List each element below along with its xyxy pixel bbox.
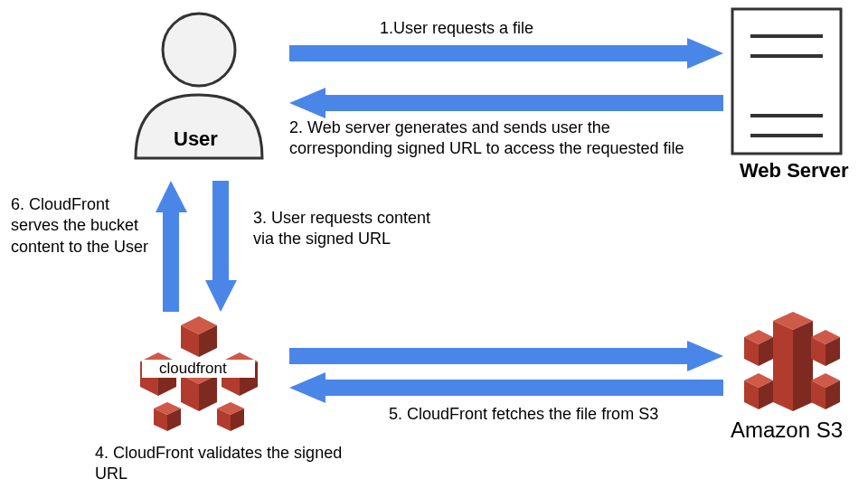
svg-marker-18	[181, 316, 217, 334]
arrow-step-1	[289, 38, 723, 69]
svg-marker-49	[811, 373, 840, 388]
svg-marker-51	[826, 380, 840, 409]
svg-marker-24	[222, 352, 258, 371]
svg-marker-37	[773, 312, 813, 330]
svg-marker-26	[240, 361, 258, 396]
step-6-text: 6. CloudFront serves the bucket content …	[11, 194, 156, 258]
webserver-node-label: Web Server	[740, 158, 849, 184]
svg-marker-3	[289, 88, 326, 118]
svg-rect-4	[212, 181, 229, 280]
svg-marker-38	[773, 321, 793, 411]
svg-point-12	[163, 14, 235, 86]
s3-node-label: Amazon S3	[731, 416, 843, 444]
step-4-text: 4. CloudFront validates the signed URL	[95, 443, 348, 485]
arrow-step-5	[289, 372, 723, 403]
svg-marker-42	[759, 337, 773, 366]
svg-rect-0	[289, 45, 687, 61]
step-1-text: 1.User requests a file	[380, 18, 705, 39]
step-3-text: 3. User requests content via the signed …	[253, 208, 434, 250]
svg-marker-39	[793, 321, 813, 411]
arrow-step-3	[205, 181, 237, 312]
svg-marker-9	[687, 341, 723, 371]
svg-marker-30	[154, 402, 181, 415]
svg-marker-7	[156, 181, 187, 212]
svg-marker-43	[811, 330, 840, 344]
svg-marker-29	[199, 375, 217, 411]
svg-rect-10	[326, 380, 723, 396]
svg-marker-47	[744, 380, 759, 409]
svg-marker-32	[167, 408, 181, 431]
svg-marker-19	[181, 325, 199, 357]
svg-marker-45	[826, 337, 840, 366]
svg-marker-11	[289, 372, 326, 403]
svg-marker-5	[205, 280, 237, 312]
svg-rect-8	[289, 348, 687, 364]
svg-rect-13	[732, 9, 841, 154]
svg-marker-44	[811, 337, 826, 366]
step-2-text: 2. Web server generates and sends user t…	[289, 117, 687, 160]
svg-marker-33	[217, 402, 244, 415]
svg-marker-1	[687, 38, 723, 69]
svg-marker-28	[181, 375, 199, 411]
svg-marker-31	[154, 408, 167, 431]
svg-marker-40	[744, 330, 773, 344]
arrow-cf-to-s3	[289, 341, 723, 371]
svg-marker-34	[217, 408, 231, 431]
svg-marker-41	[744, 337, 759, 366]
svg-marker-35	[231, 408, 244, 431]
svg-marker-22	[140, 361, 158, 396]
svg-marker-50	[811, 380, 826, 409]
svg-marker-46	[744, 373, 773, 388]
svg-marker-20	[199, 325, 217, 357]
user-node-label: User	[174, 127, 218, 153]
svg-rect-6	[163, 212, 179, 312]
svg-rect-2	[326, 95, 723, 111]
svg-marker-48	[759, 380, 773, 409]
arrow-step-6	[156, 181, 187, 312]
arrow-step-2	[289, 88, 723, 118]
cloudfront-node-label: cloudfront	[159, 359, 227, 379]
step-5-text: 5. CloudFront fetches the file from S3	[389, 404, 732, 425]
